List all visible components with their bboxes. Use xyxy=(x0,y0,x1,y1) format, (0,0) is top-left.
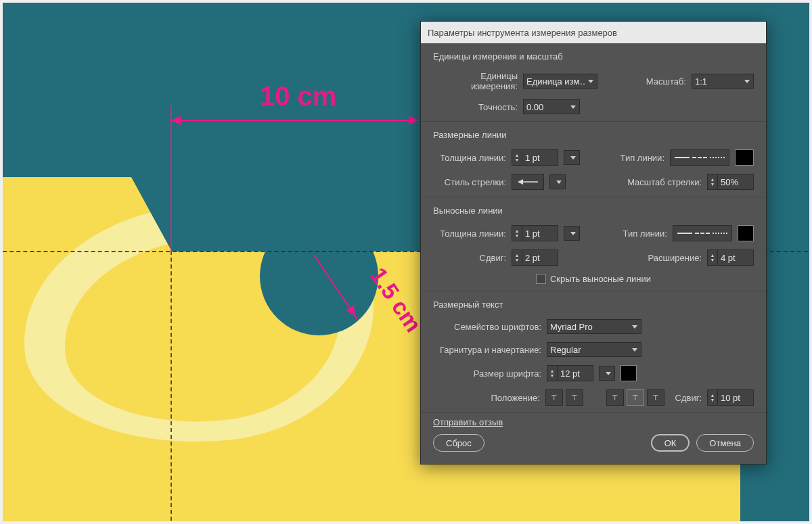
font-size-input[interactable]: ▲▼ xyxy=(547,365,593,381)
arrow-scale-label: Масштаб стрелки: xyxy=(627,177,702,187)
ext-linetype-picker[interactable] xyxy=(673,225,732,241)
line-thickness-input[interactable]: ▲▼ xyxy=(512,149,558,166)
stepper-arrows-icon[interactable]: ▲▼ xyxy=(547,366,558,381)
section-dimension-text: Размерный текст Семейство шрифтов: Myria… xyxy=(421,291,766,413)
ext-extension-label: Расширение: xyxy=(648,253,702,263)
artwork-notch-edge xyxy=(131,177,172,252)
precision-label: Точность: xyxy=(433,102,518,112)
text-offset-label: Сдвиг: xyxy=(675,393,702,403)
text-position-label: Положение: xyxy=(433,393,540,403)
font-family-label: Семейство шрифтов: xyxy=(433,322,541,332)
font-style-select[interactable]: Regular xyxy=(547,342,641,357)
line-color-swatch[interactable] xyxy=(735,149,754,166)
pos-v-top-button[interactable]: ⊤ xyxy=(606,389,624,406)
line-type-picker[interactable] xyxy=(670,149,729,166)
stepper-arrows-icon[interactable]: ▲▼ xyxy=(708,250,718,265)
arrow-left-icon xyxy=(518,178,538,185)
ext-thickness-dropdown[interactable] xyxy=(564,226,580,241)
dimension-arrow-right xyxy=(409,116,418,125)
pos-v-middle-button[interactable]: ⊤ xyxy=(627,389,644,406)
precision-select[interactable]: 0.00 xyxy=(523,99,580,114)
stepper-arrows-icon[interactable]: ▲▼ xyxy=(708,174,718,189)
section-units-scale: Единицы измерения и масштаб Единицы изме… xyxy=(421,43,766,122)
section-heading: Единицы измерения и масштаб xyxy=(433,51,754,62)
dimension-extension-line xyxy=(171,105,172,252)
text-color-swatch[interactable] xyxy=(621,365,637,381)
ext-color-swatch[interactable] xyxy=(738,225,754,241)
pos-h-center-button[interactable]: ⊤ xyxy=(566,389,583,406)
dialog-footer: Сброс ОК Отмена xyxy=(421,427,766,464)
section-heading: Выносные линии xyxy=(433,206,754,216)
line-type-dash-icon[interactable] xyxy=(692,154,707,161)
dialog-title: Параметры инструмента измерения размеров xyxy=(428,28,617,38)
section-dimension-lines: Размерные линии Толщина линии: ▲▼ Тип ли… xyxy=(421,122,766,197)
section-heading: Размерные линии xyxy=(433,130,754,140)
hide-extension-lines-label: Скрыть выносные линии xyxy=(550,274,651,284)
text-offset-input[interactable]: ▲▼ xyxy=(707,389,754,406)
arrow-style-dropdown[interactable] xyxy=(549,174,566,189)
ext-thickness-label: Толщина линии: xyxy=(433,229,506,239)
line-type-dot-icon[interactable] xyxy=(710,154,725,161)
line-type-label: Тип линии: xyxy=(621,153,664,163)
arrow-style-picker[interactable] xyxy=(512,174,544,190)
ext-extension-input[interactable]: ▲▼ xyxy=(707,249,754,266)
line-type-dash-icon[interactable] xyxy=(695,230,710,237)
dimension-line-horizontal xyxy=(171,120,418,121)
section-heading: Размерный текст xyxy=(433,300,754,310)
scale-label: Масштаб: xyxy=(646,76,686,87)
send-feedback-link[interactable]: Отправить отзыв xyxy=(433,417,503,427)
font-style-label: Гарнитура и начертание: xyxy=(433,345,541,355)
font-family-select[interactable]: Myriad Pro xyxy=(547,319,641,334)
arrow-scale-input[interactable]: ▲▼ xyxy=(707,174,754,190)
svg-marker-1 xyxy=(518,179,523,185)
line-thickness-dropdown[interactable] xyxy=(564,150,580,165)
stepper-arrows-icon[interactable]: ▲▼ xyxy=(708,390,718,405)
font-size-dropdown[interactable] xyxy=(599,366,615,381)
line-type-dot-icon[interactable] xyxy=(713,230,727,237)
units-select[interactable]: Единица изм… xyxy=(523,74,597,89)
arrow-style-label: Стиль стрелки: xyxy=(433,177,506,187)
ext-thickness-input[interactable]: ▲▼ xyxy=(512,225,558,241)
vertical-guide xyxy=(171,251,172,521)
pos-v-bottom-button[interactable]: ⊤ xyxy=(647,389,664,406)
dialog-titlebar[interactable]: Параметры инструмента измерения размеров xyxy=(421,22,766,43)
stepper-arrows-icon[interactable]: ▲▼ xyxy=(512,250,522,265)
line-type-solid-icon[interactable] xyxy=(675,154,690,161)
dimension-arrow-left xyxy=(171,116,181,125)
section-extension-lines: Выносные линии Толщина линии: ▲▼ Тип лин… xyxy=(421,197,766,291)
dimension-tool-options-dialog: Параметры инструмента измерения размеров… xyxy=(420,21,767,465)
artwork-circle-cut xyxy=(260,217,378,335)
stepper-arrows-icon[interactable]: ▲▼ xyxy=(512,226,522,241)
stepper-arrows-icon[interactable]: ▲▼ xyxy=(512,150,522,165)
reset-button[interactable]: Сброс xyxy=(433,434,484,452)
canvas: 10 cm 1.5 cm Параметры инструмента измер… xyxy=(3,3,809,521)
hide-extension-lines-checkbox[interactable]: Скрыть выносные линии xyxy=(536,274,651,284)
checkbox-box-icon xyxy=(536,274,546,284)
text-position-horizontal-group: ⊤ ⊤ xyxy=(545,389,583,406)
ext-offset-label: Сдвиг: xyxy=(433,253,506,263)
ext-offset-input[interactable]: ▲▼ xyxy=(512,249,558,266)
units-label: Единицы измерения: xyxy=(433,71,518,91)
scale-select[interactable]: 1:1 xyxy=(692,74,754,89)
dimension-label-horizontal: 10 cm xyxy=(260,81,336,112)
pos-h-left-button[interactable]: ⊤ xyxy=(545,389,563,406)
cancel-button[interactable]: Отмена xyxy=(696,434,754,452)
font-size-label: Размер шрифта: xyxy=(433,368,541,379)
ok-button[interactable]: ОК xyxy=(651,434,690,452)
line-thickness-label: Толщина линии: xyxy=(433,153,506,163)
ext-linetype-label: Тип линии: xyxy=(623,229,667,239)
line-type-solid-icon[interactable] xyxy=(677,230,692,237)
text-position-vertical-group: ⊤ ⊤ ⊤ xyxy=(606,389,664,406)
